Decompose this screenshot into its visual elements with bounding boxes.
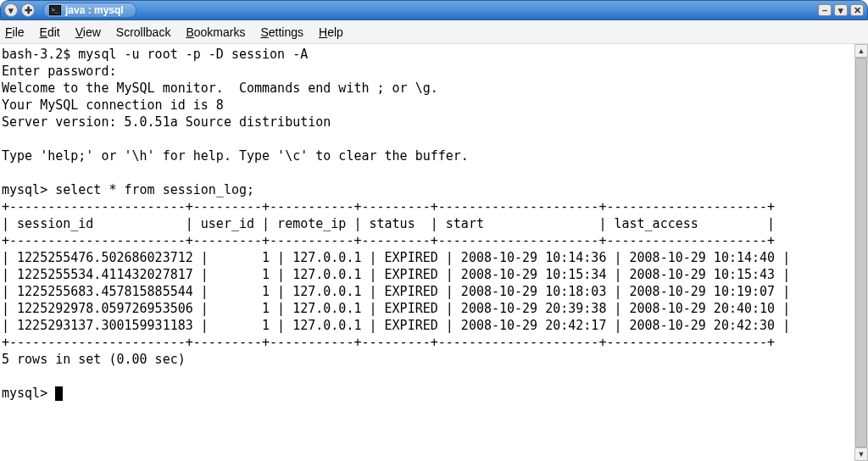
table-row: | 1225293137.300159931183 | 1 | 127.0.0.… (2, 318, 790, 333)
menu-bar: File Edit View Scrollback Bookmarks Sett… (0, 20, 868, 44)
table-row: | 1225255476.502686023712 | 1 | 127.0.0.… (2, 250, 790, 265)
window-title: java : mysql (65, 4, 124, 16)
connection-id-line: Your MySQL connection id is 8 (2, 97, 224, 113)
menu-edit[interactable]: Edit (40, 25, 60, 39)
maximize-button[interactable]: ▾ (834, 4, 848, 16)
server-version-line: Server version: 5.0.51a Source distribut… (2, 114, 331, 130)
scrollbar-track[interactable] (854, 58, 868, 447)
menu-help[interactable]: Help (319, 25, 343, 39)
connect-command: mysql -u root -p -D session -A (78, 47, 308, 62)
table-row: | 1225255534.411432027817 | 1 | 127.0.0.… (2, 267, 790, 282)
minimize-button[interactable]: – (818, 4, 832, 16)
scrollbar-thumb[interactable] (855, 58, 867, 447)
table-row: | 1225255683.457815885544 | 1 | 127.0.0.… (2, 284, 790, 299)
scroll-down-button[interactable]: ▼ (854, 447, 868, 461)
menu-bookmarks[interactable]: Bookmarks (186, 25, 245, 39)
shade-down-icon[interactable]: ▾ (4, 3, 18, 17)
table-sep-bot: +-----------------------+---------+-----… (2, 335, 775, 350)
terminal-icon (49, 5, 61, 15)
terminal-output[interactable]: bash-3.2$ mysql -u root -p -D session -A… (0, 44, 854, 461)
menu-settings-rest: ettings (269, 25, 303, 39)
welcome-line: Welcome to the MySQL monitor. Commands e… (2, 81, 438, 96)
mysql-prompt-idle: mysql> (2, 386, 55, 401)
help-hint-line: Type 'help;' or '\h' for help. Type '\c'… (2, 148, 469, 164)
table-row: | 1225292978.059726953506 | 1 | 127.0.0.… (2, 301, 790, 316)
table-sep-top: +-----------------------+---------+-----… (2, 199, 775, 214)
shell-prompt: bash-3.2$ (2, 47, 78, 62)
summary-line: 5 rows in set (0.00 sec) (2, 352, 186, 367)
close-button[interactable]: ✕ (850, 4, 864, 16)
menu-view-rest: iew (83, 25, 101, 39)
table-header: | session_id | user_id | remote_ip | sta… (2, 216, 775, 231)
vertical-scrollbar[interactable]: ▲ ▼ (854, 44, 868, 461)
pin-icon[interactable]: ✚ (21, 3, 35, 17)
menu-file[interactable]: File (5, 25, 25, 39)
mysql-prompt: mysql> (2, 182, 55, 197)
menu-scrollback[interactable]: Scrollback (116, 25, 171, 39)
menu-view[interactable]: View (75, 25, 101, 39)
menu-edit-rest: dit (47, 25, 60, 39)
query-line: select * from session_log; (55, 182, 254, 197)
title-tab[interactable]: java : mysql (43, 3, 136, 18)
menu-file-rest: ile (13, 25, 25, 39)
menu-help-rest: elp (327, 25, 343, 39)
cursor-icon (55, 386, 63, 401)
window-titlebar: ▾ ✚ java : mysql – ▾ ✕ (0, 0, 868, 20)
scroll-up-button[interactable]: ▲ (854, 44, 868, 58)
menu-bookmarks-rest: ookmarks (194, 25, 246, 39)
enter-password-line: Enter password: (2, 64, 116, 79)
menu-settings[interactable]: Settings (260, 25, 303, 39)
table-sep-mid: +-----------------------+---------+-----… (2, 233, 775, 248)
